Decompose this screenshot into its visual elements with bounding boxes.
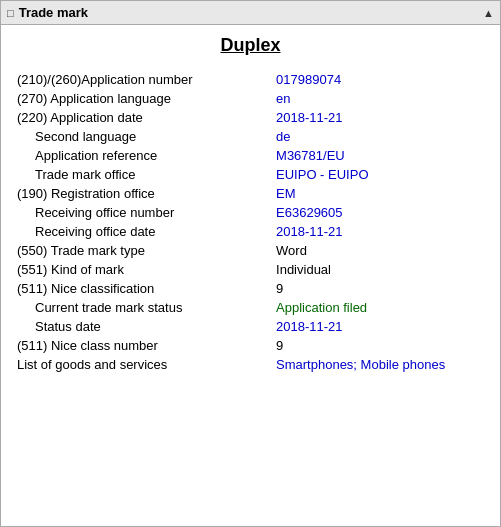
second-language-value: de — [274, 127, 486, 146]
table-row: Application referenceM36781/EU — [15, 146, 486, 165]
receiving-office-date-label: Receiving office date — [15, 222, 274, 241]
trade-mark-office-label: Trade mark office — [15, 165, 274, 184]
panel-body: Duplex (210)/(260)Application number0179… — [1, 25, 500, 388]
kind-of-mark-label: (551) Kind of mark — [15, 260, 274, 279]
table-row: (551) Kind of markIndividual — [15, 260, 486, 279]
panel-title: Trade mark — [19, 5, 88, 20]
table-row: Receiving office date2018-11-21 — [15, 222, 486, 241]
second-language-label: Second language — [15, 127, 274, 146]
table-row: Current trade mark statusApplication fil… — [15, 298, 486, 317]
application-number-label: (210)/(260)Application number — [15, 70, 274, 89]
panel-arrow-icon[interactable]: ▲ — [483, 7, 494, 19]
table-row: List of goods and servicesSmartphones; M… — [15, 355, 486, 374]
receiving-office-date-value: 2018-11-21 — [274, 222, 486, 241]
registration-office-label: (190) Registration office — [15, 184, 274, 203]
receiving-office-number-value: E63629605 — [274, 203, 486, 222]
application-language-value: en — [274, 89, 486, 108]
receiving-office-number-label: Receiving office number — [15, 203, 274, 222]
table-row: Second languagede — [15, 127, 486, 146]
trade-mark-office-value: EUIPO - EUIPO — [274, 165, 486, 184]
table-row: (511) Nice classification9 — [15, 279, 486, 298]
current-status-value: Application filed — [274, 298, 486, 317]
trade-mark-type-label: (550) Trade mark type — [15, 241, 274, 260]
table-row: (190) Registration officeEM — [15, 184, 486, 203]
application-reference-label: Application reference — [15, 146, 274, 165]
current-status-label: Current trade mark status — [15, 298, 274, 317]
table-row: (210)/(260)Application number017989074 — [15, 70, 486, 89]
trademark-name: Duplex — [15, 35, 486, 56]
status-date-value: 2018-11-21 — [274, 317, 486, 336]
kind-of-mark-value: Individual — [274, 260, 486, 279]
application-reference-value: M36781/EU — [274, 146, 486, 165]
list-of-goods-value: Smartphones; Mobile phones — [274, 355, 486, 374]
application-number-value: 017989074 — [274, 70, 486, 89]
nice-classification-value: 9 — [274, 279, 486, 298]
table-row: Receiving office numberE63629605 — [15, 203, 486, 222]
registration-office-value: EM — [274, 184, 486, 203]
nice-class-number-value: 9 — [274, 336, 486, 355]
application-date-label: (220) Application date — [15, 108, 274, 127]
nice-classification-label: (511) Nice classification — [15, 279, 274, 298]
table-row: Status date2018-11-21 — [15, 317, 486, 336]
table-row: Trade mark officeEUIPO - EUIPO — [15, 165, 486, 184]
application-language-label: (270) Application language — [15, 89, 274, 108]
application-date-value: 2018-11-21 — [274, 108, 486, 127]
trade-mark-panel: □ Trade mark ▲ Duplex (210)/(260)Applica… — [0, 0, 501, 527]
list-of-goods-label: List of goods and services — [15, 355, 274, 374]
table-row: (220) Application date2018-11-21 — [15, 108, 486, 127]
collapse-icon[interactable]: □ — [7, 7, 14, 19]
table-row: (270) Application languageen — [15, 89, 486, 108]
table-row: (550) Trade mark typeWord — [15, 241, 486, 260]
info-table: (210)/(260)Application number017989074(2… — [15, 70, 486, 374]
status-date-label: Status date — [15, 317, 274, 336]
panel-header[interactable]: □ Trade mark ▲ — [1, 1, 500, 25]
table-row: (511) Nice class number9 — [15, 336, 486, 355]
trade-mark-type-value: Word — [274, 241, 486, 260]
nice-class-number-label: (511) Nice class number — [15, 336, 274, 355]
